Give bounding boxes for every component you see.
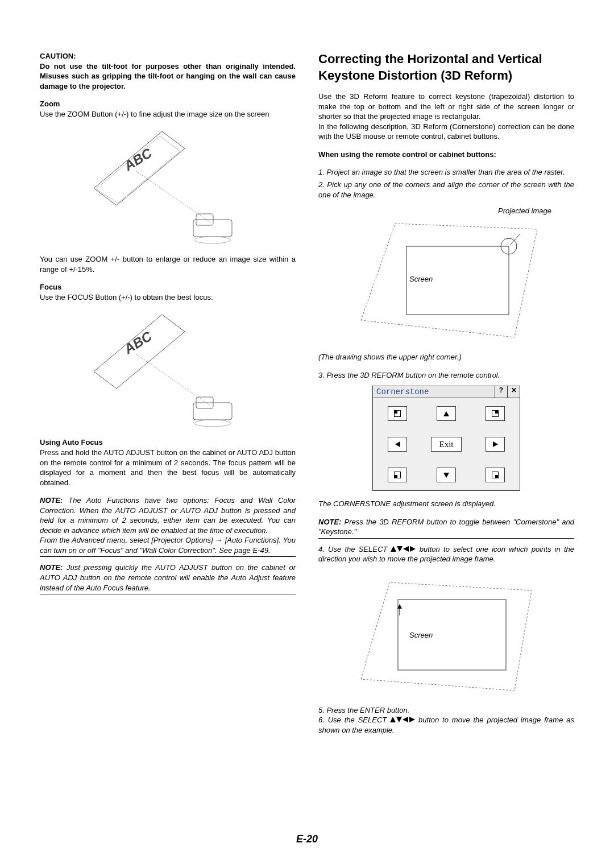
- projected-image-label: Projected image: [498, 206, 551, 215]
- corner-top-left-button[interactable]: [388, 406, 407, 421]
- cornerstone-title-text: Cornerstone: [373, 386, 495, 398]
- svg-line-7: [136, 354, 210, 406]
- main-heading: Correcting the Horizontal and Vertical K…: [318, 51, 574, 84]
- note-1: NOTE: The Auto Functions have two option…: [40, 495, 296, 557]
- right-column: Correcting the Horizontal and Vertical K…: [318, 51, 574, 735]
- abc-text-1: ABC: [121, 145, 155, 174]
- step-4-a: 4. Use the SELECT: [318, 545, 391, 553]
- step-6-a: 6. Use the SELECT: [318, 716, 390, 724]
- zoom-text: Use the ZOOM Button (+/-) to fine adjust…: [40, 109, 296, 119]
- note-1-text-a: The Auto Functions have two options: Foc…: [40, 496, 296, 535]
- caution-label: CAUTION:: [40, 51, 296, 61]
- zoom-figure: ABC: [40, 126, 296, 245]
- step-2: 2. Pick up any one of the corners and al…: [318, 180, 574, 200]
- svg-marker-25: [403, 717, 408, 722]
- svg-marker-6: [94, 315, 185, 388]
- arrow-up-button[interactable]: [437, 406, 456, 421]
- svg-marker-16: [397, 546, 403, 552]
- drawing-caption: (The drawing shows the upper right corne…: [318, 352, 574, 362]
- screen-label-1: Screen: [409, 275, 433, 283]
- intro-a: Use the 3D Reform feature to correct key…: [318, 92, 574, 122]
- exit-button[interactable]: Exit: [431, 437, 462, 452]
- svg-marker-17: [403, 546, 409, 552]
- left-column: CAUTION: Do not use the tilt-foot for pu…: [40, 51, 296, 735]
- projected-image-figure-2: Screen: [318, 571, 574, 696]
- note-3-label: NOTE:: [318, 518, 341, 526]
- focus-heading: Focus: [40, 282, 296, 292]
- arrow-left-button[interactable]: [388, 437, 407, 452]
- auto-focus-heading: Using Auto Focus: [40, 437, 296, 448]
- step-1: 1. Project an image so that the screen i…: [318, 167, 574, 177]
- svg-marker-26: [409, 717, 415, 722]
- svg-marker-1: [96, 136, 180, 203]
- page-number: E-20: [0, 833, 614, 845]
- svg-marker-15: [391, 546, 396, 552]
- intro-b: In the following description, 3D Reform …: [318, 122, 574, 142]
- step-6: 6. Use the SELECT button to move the pro…: [318, 715, 574, 735]
- step-4: 4. Use the SELECT button to select one i…: [318, 544, 574, 564]
- abc-text-2: ABC: [121, 328, 155, 357]
- svg-marker-18: [410, 546, 416, 552]
- note-2-text: Just pressing quickly the AUTO ADJUST bu…: [40, 563, 296, 592]
- note-3-text: Press the 3D REFORM button to toggle bet…: [318, 518, 574, 536]
- step-3: 3. Press the 3D REFORM button on the rem…: [318, 370, 574, 381]
- corner-bottom-right-button[interactable]: [486, 468, 505, 482]
- select-arrows-icon-2: [390, 717, 415, 723]
- cornerstone-caption: The CORNERSTONE adjustment screen is dis…: [318, 499, 574, 509]
- svg-marker-0: [94, 131, 185, 205]
- svg-point-5: [194, 237, 231, 243]
- svg-marker-24: [396, 717, 402, 722]
- select-arrows-icon: [391, 546, 416, 552]
- svg-point-10: [194, 420, 231, 427]
- projected-image-figure-1: Projected image Screen: [318, 206, 574, 343]
- cornerstone-grid: Exit: [372, 398, 520, 491]
- focus-figure: ABC: [40, 309, 296, 428]
- note-2-label: NOTE:: [40, 563, 63, 572]
- focus-text: Use the FOCUS Button (+/-) to obtain the…: [40, 292, 296, 303]
- cornerstone-titlebar: Cornerstone ? ✕: [372, 386, 520, 398]
- svg-line-2: [136, 171, 210, 222]
- svg-line-13: [510, 234, 520, 245]
- when-using-heading: When using the remote control or cabinet…: [318, 150, 574, 160]
- auto-focus-text: Press and hold the AUTO ADJUST button on…: [40, 448, 296, 487]
- svg-rect-3: [193, 220, 232, 237]
- zoom-caption: You can use ZOOM +/- button to enlarge o…: [40, 254, 296, 274]
- note-1-label: NOTE:: [40, 496, 63, 505]
- step-5: 5. Press the ENTER button.: [318, 705, 574, 716]
- svg-rect-8: [193, 403, 232, 420]
- cornerstone-dialog: Cornerstone ? ✕ Exit: [372, 386, 520, 491]
- arrow-right-button[interactable]: [486, 437, 505, 452]
- help-button[interactable]: ?: [495, 386, 507, 398]
- zoom-heading: Zoom: [40, 99, 296, 109]
- close-button[interactable]: ✕: [507, 386, 520, 398]
- note-3: NOTE: Press the 3D REFORM button to togg…: [318, 517, 574, 539]
- note-1-text-b: From the Advanced menu, select [Projecto…: [40, 536, 296, 555]
- arrow-down-button[interactable]: [437, 468, 456, 482]
- caution-text: Do not use the tilt-foot for purposes ot…: [40, 61, 296, 92]
- corner-top-right-button[interactable]: [486, 406, 505, 421]
- page-content: CAUTION: Do not use the tilt-foot for pu…: [40, 51, 574, 735]
- svg-marker-23: [390, 717, 396, 722]
- screen-label-2: Screen: [409, 631, 433, 639]
- note-2: NOTE: Just pressing quickly the AUTO ADJ…: [40, 563, 296, 594]
- svg-marker-11: [361, 224, 537, 337]
- corner-bottom-left-button[interactable]: [388, 468, 407, 482]
